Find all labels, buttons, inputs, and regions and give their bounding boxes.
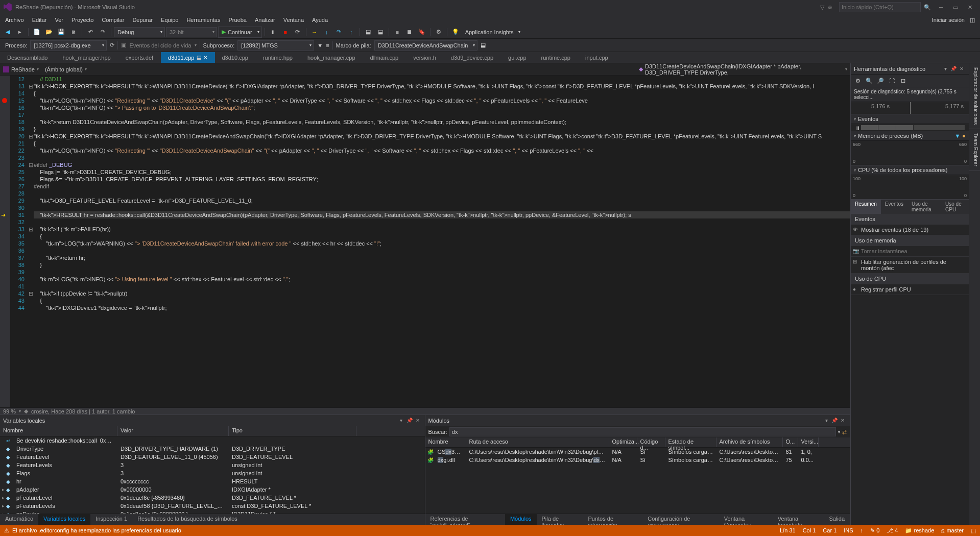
code-line[interactable]: // D3D11 <box>34 76 850 83</box>
fold-toggle[interactable] <box>28 247 34 254</box>
close-button[interactable]: ✕ <box>963 2 977 13</box>
code-line[interactable]: { <box>34 140 850 147</box>
fold-toggle[interactable] <box>28 269 34 276</box>
locals-row[interactable]: ▸◆pAdapter0x00000000 IDXGIAdapter * <box>0 485 425 494</box>
diag-close-icon[interactable]: ✕ <box>958 65 966 73</box>
breakpoint-margin[interactable] <box>0 297 10 304</box>
diag-pin-icon[interactable]: 📌 <box>949 65 958 73</box>
code-line[interactable] <box>34 247 850 254</box>
restore-button[interactable]: ▭ <box>948 2 963 13</box>
diag-subtab[interactable]: Uso de CPU <box>941 200 969 214</box>
code-line[interactable]: "tk-m">LOG("tk-m">INFO) << "> Passing on… <box>34 104 850 111</box>
breakpoint-margin[interactable] <box>0 261 10 269</box>
locals-row[interactable]: ◆DriverTypeD3D_DRIVER_TYPE_HARDWARE (1)D… <box>0 445 425 453</box>
locals-tab[interactable]: Variables locales <box>38 514 90 525</box>
signin-avatar-icon[interactable]: ◫ <box>970 17 975 23</box>
tb-btn-2[interactable]: ⬓ <box>375 27 386 38</box>
menu-herramientas[interactable]: Herramientas <box>182 16 224 24</box>
modules-col-header[interactable]: Código d... <box>637 437 665 447</box>
locals-tab[interactable]: Resultados de la búsqueda de símbolos <box>132 514 243 525</box>
fold-toggle[interactable] <box>28 254 34 261</box>
editor-tab[interactable]: input.cpp <box>578 52 616 63</box>
nav-scope[interactable]: (Ámbito global)▾ <box>42 66 636 72</box>
code-line[interactable]: "tk-m">LOG("tk-m">INFO) << "Redirecting … <box>34 147 850 154</box>
fold-toggle[interactable] <box>28 304 34 311</box>
diag-subtab[interactable]: Eventos <box>881 200 907 214</box>
editor-tab[interactable]: gui.cpp <box>501 52 534 63</box>
quick-launch-input[interactable] <box>839 2 921 12</box>
breakpoint-margin[interactable] <box>0 304 10 311</box>
locals-row[interactable]: ◆Flags3unsigned int <box>0 469 425 477</box>
step-out-button[interactable]: ↑ <box>346 27 357 38</box>
code-line[interactable]: { <box>34 90 850 97</box>
code-line[interactable] <box>34 283 850 290</box>
modules-col-header[interactable]: O... <box>783 437 798 447</box>
status-branch[interactable]: ⎌ master <box>941 527 964 533</box>
cycle-process-button[interactable]: ⟳ <box>110 42 114 48</box>
modules-col-header[interactable]: Nombre <box>425 437 466 447</box>
locals-row[interactable]: ▸◆pFeatureLevels0x1deaef58 {D3D_FEATURE_… <box>0 502 425 510</box>
code-line[interactable]: "tk-m">LOG("tk-m">WARNING) << "> 'D3D11C… <box>34 240 850 247</box>
stop-debug-button[interactable]: ■ <box>280 27 291 38</box>
close-tab-icon[interactable]: ✕ <box>203 55 207 60</box>
breakpoint-margin[interactable] <box>0 218 10 226</box>
continue-button[interactable]: ▶Continuar <box>218 27 262 38</box>
diag-subtab[interactable]: Uso de memoria <box>907 200 941 214</box>
locals-pin-icon[interactable]: 📌 <box>405 417 414 425</box>
breakpoint-margin[interactable] <box>0 104 10 111</box>
breakpoint-margin[interactable] <box>0 233 10 240</box>
code-line[interactable]: "tk-m">LOG("tk-m">INFO) << "Redirecting … <box>34 97 850 104</box>
editor-tab[interactable]: runtime.hpp <box>256 52 300 63</box>
nav-fwd-button[interactable]: ▸ <box>14 27 26 38</box>
modules-col-header[interactable]: Optimiza... <box>609 437 637 447</box>
breakpoint-margin[interactable] <box>0 240 10 247</box>
lifecycle-label[interactable]: Eventos del ciclo de vida <box>129 42 191 48</box>
fold-toggle[interactable] <box>28 190 34 197</box>
modules-close-icon[interactable]: ✕ <box>839 417 847 425</box>
open-button[interactable]: 📂 <box>43 27 55 38</box>
editor-tab[interactable]: exports.def <box>118 52 161 63</box>
locals-row[interactable]: ◆FeatureLevels3unsigned int <box>0 461 425 469</box>
nav-function[interactable]: ◆D3D11CreateDeviceAndSwapChain(IDXGIAdap… <box>636 63 850 76</box>
fold-toggle[interactable] <box>28 118 34 126</box>
code-line[interactable]: "tk-k">HRESULT hr = reshade::hooks::call… <box>34 211 850 218</box>
minimize-button[interactable]: ─ <box>934 2 948 13</box>
breakpoint-margin[interactable] <box>0 290 10 297</box>
notification-icon[interactable]: ▽ <box>820 4 824 11</box>
editor-tab[interactable]: hook_manager.cpp <box>300 52 363 63</box>
side-tab[interactable]: Explorador de soluciones <box>969 63 980 129</box>
code-line[interactable]: "tk-k">return hr; <box>34 254 850 261</box>
editor-tab[interactable]: version.h <box>406 52 444 63</box>
find-button[interactable]: ⚙ <box>433 27 444 38</box>
locals-close-icon[interactable]: ✕ <box>414 417 422 425</box>
thread-list-button[interactable]: ≡ <box>326 42 329 48</box>
modules-tab[interactable]: Módulos <box>505 514 537 525</box>
breakpoint-margin[interactable] <box>0 97 10 104</box>
modules-col-header[interactable]: Archivo de símbolos <box>716 437 783 447</box>
breakpoint-margin[interactable] <box>0 111 10 118</box>
code-line[interactable] <box>34 154 850 161</box>
solution-config-dropdown[interactable]: Debug <box>114 27 165 37</box>
editor-tab[interactable]: dllmain.cpp <box>363 52 407 63</box>
breakpoint-margin[interactable] <box>0 183 10 190</box>
diag-zoom-in-icon[interactable]: 🔍 <box>864 76 874 86</box>
locals-row[interactable]: ◆FeatureLevelD3D_FEATURE_LEVEL_11_0 (450… <box>0 453 425 461</box>
breakpoint-margin[interactable] <box>0 276 10 283</box>
editor-tab[interactable]: d3d10.cpp <box>215 52 256 63</box>
code-line[interactable]: { <box>34 297 850 304</box>
subprocess-dropdown[interactable]: [12892] MTGS <box>237 40 314 51</box>
step-over-button[interactable]: ↷ <box>333 27 345 38</box>
menu-ventana[interactable]: Ventana <box>279 16 308 24</box>
restart-button[interactable]: ⟳ <box>292 27 303 38</box>
modules-dropdown-icon[interactable]: ▾ <box>822 417 830 425</box>
locals-row[interactable]: ▸◆pFeatureLevel0x1deaef6c {-858993460}D3… <box>0 494 425 502</box>
modules-row[interactable]: 🧩dxgi.dllC:\Users\resu\Desktop\reshade\b… <box>425 456 850 464</box>
diag-dropdown-icon[interactable]: ▾ <box>941 65 949 73</box>
save-button[interactable]: 💾 <box>56 27 67 38</box>
diag-select-tools-icon[interactable]: ⚙ <box>853 76 863 86</box>
modules-tab[interactable]: Ventana Inmediato <box>773 514 824 525</box>
modules-tab[interactable]: Configuración de excepciones <box>642 514 719 525</box>
editor-tab[interactable]: d3d9_device.cpp <box>444 52 501 63</box>
locals-row[interactable]: ↩Se devolvió reshade::hooks::call0x08ec0… <box>0 436 425 445</box>
menu-prueba[interactable]: Prueba <box>224 16 250 24</box>
